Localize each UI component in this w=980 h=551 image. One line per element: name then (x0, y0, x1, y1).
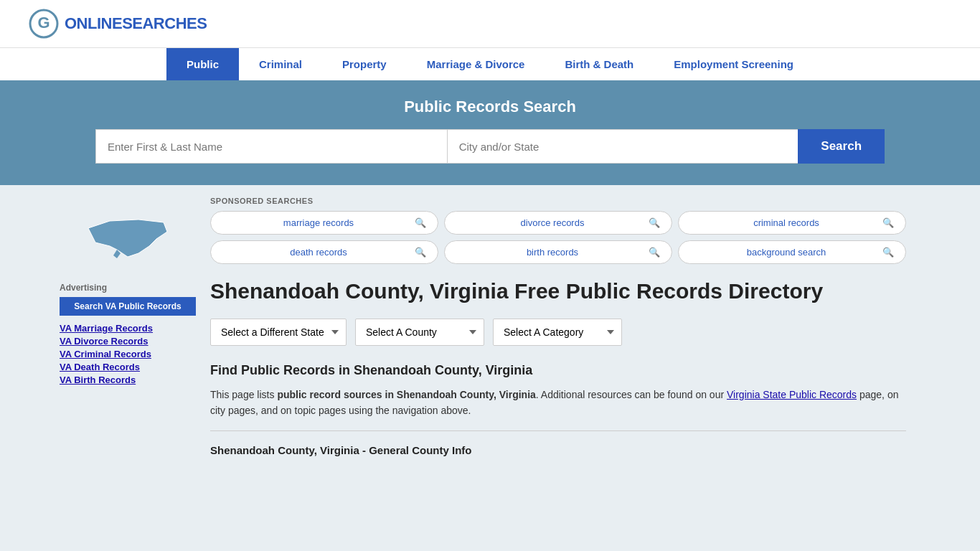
logo-text: ONLINESEARCHES (65, 14, 207, 33)
find-text-after: . Additional resources can be found on o… (536, 389, 727, 400)
sponsored-text-background: background search (690, 247, 882, 258)
general-info-heading: Shenandoah County, Virginia - General Co… (210, 437, 906, 459)
sidebar-link-divorce[interactable]: VA Divorce Records (60, 336, 196, 347)
sponsored-item-marriage[interactable]: marriage records 🔍 (210, 211, 438, 235)
find-text: This page lists public record sources in… (210, 387, 906, 419)
sponsored-text-birth: birth records (456, 247, 649, 258)
nav-item-marriage-divorce[interactable]: Marriage & Divorce (407, 48, 545, 80)
sidebar-link-birth[interactable]: VA Birth Records (60, 375, 196, 385)
sidebar-link-criminal[interactable]: VA Criminal Records (60, 349, 196, 359)
search-banner: Public Records Search Search (0, 80, 980, 185)
sidebar-ad-button[interactable]: Search VA Public Records (60, 297, 196, 316)
sponsored-label: SPONSORED SEARCHES (210, 197, 906, 205)
location-input[interactable] (447, 129, 798, 164)
nav-item-public[interactable]: Public (166, 48, 239, 80)
logo-icon: G (29, 9, 59, 39)
logo-accent: SEARCHES (122, 14, 207, 32)
search-icon-background: 🔍 (882, 247, 894, 258)
sponsored-item-criminal[interactable]: criminal records 🔍 (678, 211, 906, 235)
sponsored-grid: marriage records 🔍 divorce records 🔍 cri… (210, 211, 906, 264)
logo-plain: ONLINE (65, 14, 122, 32)
header: G ONLINESEARCHES (0, 0, 980, 47)
advertising-label: Advertising (60, 283, 196, 293)
virginia-map-icon (81, 207, 174, 271)
sponsored-item-birth[interactable]: birth records 🔍 (444, 240, 672, 264)
sponsored-item-death[interactable]: death records 🔍 (210, 240, 438, 264)
find-heading: Find Public Records in Shenandoah County… (210, 363, 906, 378)
find-text-before: This page lists (210, 389, 277, 400)
nav-item-birth-death[interactable]: Birth & Death (545, 48, 654, 80)
name-input[interactable] (95, 129, 447, 164)
sponsored-text-marriage: marriage records (222, 217, 415, 228)
sponsored-item-background[interactable]: background search 🔍 (678, 240, 906, 264)
search-form: Search (95, 129, 885, 164)
nav-item-property[interactable]: Property (322, 48, 407, 80)
sponsored-text-divorce: divorce records (456, 217, 649, 228)
dropdown-row: Select a Different State Select A County… (210, 319, 906, 346)
nav-item-criminal[interactable]: Criminal (239, 48, 322, 80)
content-area: SPONSORED SEARCHES marriage records 🔍 di… (196, 185, 920, 471)
search-button[interactable]: Search (798, 129, 885, 164)
sponsored-item-divorce[interactable]: divorce records 🔍 (444, 211, 672, 235)
search-icon-criminal: 🔍 (882, 217, 894, 228)
find-text-bold: public record sources in Shenandoah Coun… (277, 389, 535, 400)
state-records-link[interactable]: Virginia State Public Records (727, 389, 857, 400)
category-dropdown[interactable]: Select A Category (493, 319, 622, 346)
sponsored-text-death: death records (222, 247, 415, 258)
logo-area: G ONLINESEARCHES (29, 9, 207, 39)
sidebar-link-death[interactable]: VA Death Records (60, 362, 196, 372)
main-content: Advertising Search VA Public Records VA … (45, 185, 935, 471)
search-icon-marriage: 🔍 (415, 217, 426, 228)
search-icon-birth: 🔍 (649, 247, 660, 258)
nav: Public Criminal Property Marriage & Divo… (0, 47, 980, 80)
state-dropdown[interactable]: Select a Different State (210, 319, 347, 346)
search-icon-death: 🔍 (415, 247, 426, 258)
search-banner-title: Public Records Search (29, 98, 951, 116)
sponsored-text-criminal: criminal records (690, 217, 882, 228)
county-dropdown[interactable]: Select A County (355, 319, 484, 346)
section-divider (210, 430, 906, 431)
svg-text:G: G (37, 14, 50, 32)
nav-item-employment[interactable]: Employment Screening (654, 48, 814, 80)
sidebar: Advertising Search VA Public Records VA … (60, 185, 196, 471)
sidebar-link-marriage[interactable]: VA Marriage Records (60, 323, 196, 334)
search-icon-divorce: 🔍 (649, 217, 660, 228)
county-heading: Shenandoah County, Virginia Free Public … (210, 278, 906, 304)
